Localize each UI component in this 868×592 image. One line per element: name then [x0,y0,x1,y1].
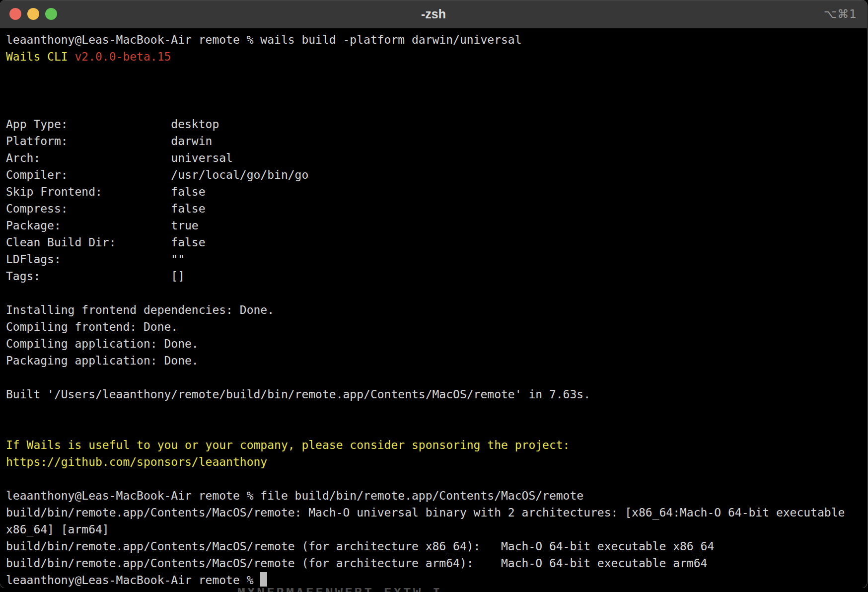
terminal-line [6,99,867,116]
terminal-line: Built '/Users/leaanthony/remote/build/bi… [6,386,867,403]
terminal-line: App Type: desktop [6,116,867,133]
terminal-text-segment: leaanthony@Leas-MacBook-Air remote % wai… [6,33,522,46]
terminal-line: Wails CLI v2.0.0-beta.15 [6,48,867,65]
terminal-text-segment: Arch: universal [6,151,233,164]
terminal-line: leaanthony@Leas-MacBook-Air remote % wai… [6,31,867,48]
terminal-text-segment: App Type: desktop [6,118,219,131]
terminal-text-segment: Wails CLI [6,50,74,63]
terminal-text-segment: Package: true [6,219,199,232]
terminal-text-segment: https://github.com/sponsors/leaanthony [6,455,267,468]
terminal-window: -zsh ⌥⌘1 leaanthony@Leas-MacBook-Air rem… [0,0,867,588]
zoom-button[interactable] [45,8,57,20]
terminal-output[interactable]: leaanthony@Leas-MacBook-Air remote % wai… [0,28,867,588]
terminal-line: Installing frontend dependencies: Done. [6,301,867,318]
terminal-line: leaanthony@Leas-MacBook-Air remote % [6,572,867,588]
terminal-line [6,82,867,99]
terminal-line [6,420,867,437]
terminal-text-segment: Compress: false [6,202,206,215]
terminal-line: If Wails is useful to you or your compan… [6,437,867,453]
terminal-text-segment: Clean Build Dir: false [6,236,206,249]
terminal-line: x86_64] [arm64] [6,521,867,538]
terminal-text-segment: If Wails is useful to you or your compan… [6,439,570,451]
terminal-text-segment: LDFlags: "" [6,253,185,266]
terminal-text-segment: Installing frontend dependencies: Done. [6,303,274,316]
terminal-line: LDFlags: "" [6,251,867,268]
terminal-line: Packaging application: Done. [6,352,867,369]
terminal-text-segment: x86_64] [arm64] [6,523,109,536]
terminal-text-segment: Built '/Users/leaanthony/remote/build/bi… [6,388,590,401]
terminal-line: build/bin/remote.app/Contents/MacOS/remo… [6,504,867,521]
terminal-line [6,285,867,301]
terminal-line: Compiling application: Done. [6,335,867,352]
terminal-text-segment: Compiling application: Done. [6,337,199,350]
close-button[interactable] [9,8,21,20]
title-bar[interactable]: -zsh ⌥⌘1 [0,0,867,28]
terminal-text-segment: v2.0.0-beta.15 [74,50,171,63]
terminal-line: build/bin/remote.app/Contents/MacOS/remo… [6,538,867,555]
terminal-line: Clean Build Dir: false [6,234,867,251]
terminal-text-segment: build/bin/remote.app/Contents/MacOS/remo… [6,506,845,519]
window-shortcut-badge: ⌥⌘1 [824,0,857,29]
terminal-line: Arch: universal [6,149,867,166]
terminal-line: Compiler: /usr/local/go/bin/go [6,166,867,183]
terminal-line: https://github.com/sponsors/leaanthony [6,453,867,470]
terminal-text-segment: Packaging application: Done. [6,354,199,367]
terminal-text-segment: Compiler: /usr/local/go/bin/go [6,168,308,181]
terminal-text-segment: leaanthony@Leas-MacBook-Air remote % [6,574,260,587]
terminal-text-segment: Skip Frontend: false [6,185,206,198]
text-cursor [260,572,267,587]
terminal-line: Platform: darwin [6,133,867,149]
terminal-line: Skip Frontend: false [6,183,867,200]
terminal-text-segment: leaanthony@Leas-MacBook-Air remote % fil… [6,489,583,502]
terminal-text-segment: Compiling frontend: Done. [6,320,178,333]
terminal-text-segment: Platform: darwin [6,135,212,148]
terminal-line [6,470,867,487]
terminal-line: build/bin/remote.app/Contents/MacOS/remo… [6,555,867,572]
terminal-text-segment: Tags: [] [6,270,185,283]
terminal-text-segment: build/bin/remote.app/Contents/MacOS/remo… [6,540,714,553]
terminal-line: Tags: [] [6,268,867,285]
terminal-line [6,369,867,386]
terminal-text-segment: build/bin/remote.app/Contents/MacOS/remo… [6,557,707,570]
window-title: -zsh [0,0,867,29]
minimize-button[interactable] [27,8,39,20]
background-clipped-text: MXNERMAFENWEBT EXTW I [237,588,442,592]
terminal-line: Compiling frontend: Done. [6,318,867,335]
terminal-line: Compress: false [6,200,867,217]
terminal-line: leaanthony@Leas-MacBook-Air remote % fil… [6,487,867,504]
background-window-sliver: MXNERMAFENWEBT EXTW I [0,588,868,592]
window-controls [9,8,57,20]
terminal-line [6,403,867,420]
terminal-line: Package: true [6,217,867,234]
terminal-line [6,65,867,82]
